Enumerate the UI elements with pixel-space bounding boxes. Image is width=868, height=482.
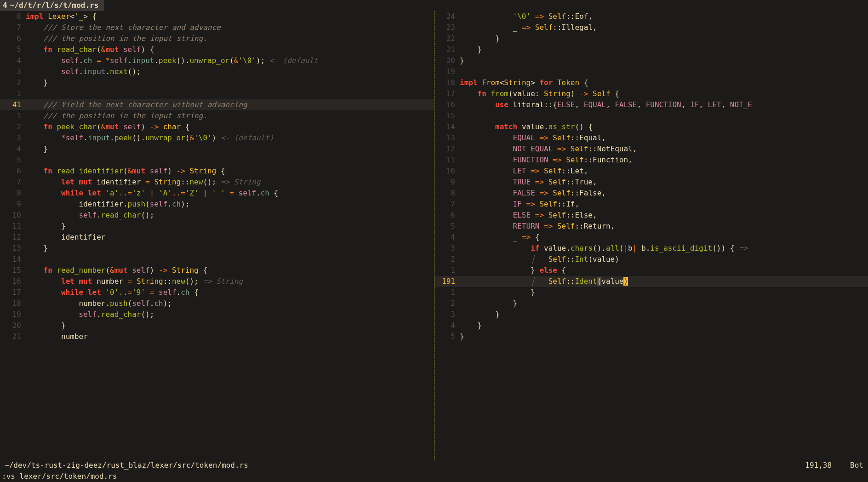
code-line[interactable]: 22 } (434, 33, 868, 44)
line-content: while let 'a'..='z' | 'A'..='Z' | '_' = … (26, 188, 434, 199)
line-content: impl Lexer<'_> { (26, 11, 434, 22)
code-line[interactable]: 20} (434, 55, 868, 66)
code-line[interactable]: 16 let mut number = String::new(); => St… (0, 276, 434, 287)
editor-pane-right[interactable]: 24 '\0' => Self::Eof,23 _ => Self::Illeg… (434, 11, 868, 460)
line-content: } (26, 143, 434, 155)
line-content: self.ch = *self.input.peek().unwrap_or(&… (26, 55, 434, 66)
code-line[interactable]: 12 NOT_EQUAL => Self::NotEqual, (434, 143, 868, 155)
line-number: 4 (434, 320, 460, 331)
code-line[interactable]: 13 EQUAL => Self::Equal, (434, 132, 868, 143)
line-number: 20 (0, 320, 26, 331)
code-line[interactable]: 3 *self.input.peek().unwrap_or(&'\0') <-… (0, 132, 434, 143)
code-line[interactable]: 2 fn peek_char(&mut self) -> char { (0, 121, 434, 132)
line-number: 12 (434, 143, 460, 155)
line-number: 15 (434, 110, 460, 121)
line-content: } (460, 33, 868, 44)
code-line[interactable]: 9 TRUE => Self::True, (434, 177, 868, 188)
code-line[interactable]: 11 } (0, 221, 434, 232)
code-line[interactable]: 13 } (0, 243, 434, 254)
code-line[interactable]: 4 } (0, 143, 434, 155)
line-number: 1 (434, 265, 460, 276)
code-line[interactable]: 7 IF => Self::If, (434, 199, 868, 210)
code-line[interactable]: 16 use literal::{ELSE, EQUAL, FALSE, FUN… (434, 99, 868, 110)
editor-pane-left[interactable]: 8impl Lexer<'_> {7 /// Store the next ch… (0, 11, 434, 460)
code-line[interactable]: 18 number.push(self.ch); (0, 298, 434, 309)
code-line[interactable]: 8 while let 'a'..='z' | 'A'..='Z' | '_' … (0, 188, 434, 199)
code-line[interactable]: 6 fn read_identifier(&mut self) -> Strin… (0, 166, 434, 177)
line-number: 4 (434, 232, 460, 243)
code-line[interactable]: 14 match value.as_str() { (434, 121, 868, 132)
command-line-text: :vs lexer/src/token/mod.rs (2, 471, 117, 482)
vertical-split-divider[interactable] (434, 11, 434, 460)
code-line[interactable]: 5 (0, 155, 434, 166)
code-line[interactable]: 10 self.read_char(); (0, 210, 434, 221)
line-content (460, 110, 868, 121)
code-line[interactable]: 21 } (434, 44, 868, 55)
tab-active[interactable]: 4 ~/d/t/r/l/s/t/mod.rs (0, 0, 104, 11)
code-line[interactable]: 6 ELSE => Self::Else, (434, 210, 868, 221)
code-line[interactable]: 191 │ Self::Ident(value) (434, 276, 868, 287)
code-line[interactable]: 10 LET => Self::Let, (434, 166, 868, 177)
code-line[interactable]: 1 } else { (434, 265, 868, 276)
code-line[interactable]: 12 identifier (0, 232, 434, 243)
code-line[interactable]: 11 FUNCTION => Self::Function, (434, 155, 868, 166)
code-line[interactable]: 4 } (434, 320, 868, 331)
code-line[interactable]: 8 FALSE => Self::False, (434, 188, 868, 199)
line-content: self.input.next(); (26, 66, 434, 77)
code-line[interactable]: 3 if value.chars().all(|b| b.is_ascii_di… (434, 243, 868, 254)
code-line[interactable]: 15 (434, 110, 868, 121)
code-line[interactable]: 19 (434, 66, 868, 77)
code-line[interactable]: 5} (434, 331, 868, 342)
code-line[interactable]: 5 fn read_char(&mut self) { (0, 44, 434, 55)
code-line[interactable]: 7 /// Store the next character and advan… (0, 22, 434, 33)
line-number: 14 (434, 121, 460, 132)
code-line[interactable]: 41 /// Yield the next character without … (0, 99, 434, 110)
code-line[interactable]: 2 │ Self::Int(value) (434, 254, 868, 265)
code-line[interactable]: 1 } (434, 287, 868, 298)
code-line[interactable]: 8impl Lexer<'_> { (0, 11, 434, 22)
code-line[interactable]: 3 } (434, 309, 868, 320)
code-line[interactable]: 4 _ => { (434, 232, 868, 243)
code-line[interactable]: 15 fn read_number(&mut self) -> String { (0, 265, 434, 276)
line-content (26, 254, 434, 265)
line-number: 3 (434, 309, 460, 320)
line-content: TRUE => Self::True, (460, 177, 868, 188)
code-line[interactable]: 21 number (0, 331, 434, 342)
code-line[interactable]: 18impl From<String> for Token { (434, 77, 868, 88)
code-line[interactable]: 14 (0, 254, 434, 265)
line-number: 3 (434, 243, 460, 254)
line-number: 9 (0, 199, 26, 210)
code-line[interactable]: 17 fn from(value: String) -> Self { (434, 88, 868, 99)
line-number: 4 (0, 55, 26, 66)
code-line[interactable]: 7 let mut identifier = String::new(); =>… (0, 177, 434, 188)
line-number: 14 (0, 254, 26, 265)
line-content: *self.input.peek().unwrap_or(&'\0') <- (… (26, 132, 434, 143)
code-line[interactable]: 2 } (434, 298, 868, 309)
code-line[interactable]: 3 self.input.next(); (0, 66, 434, 77)
code-line[interactable]: 17 while let '0'..='9' = self.ch { (0, 287, 434, 298)
line-number: 8 (0, 11, 26, 22)
line-number: 5 (0, 44, 26, 55)
line-content: impl From<String> for Token { (460, 77, 868, 88)
code-line[interactable]: 19 self.read_char(); (0, 309, 434, 320)
code-line[interactable]: 4 self.ch = *self.input.peek().unwrap_or… (0, 55, 434, 66)
line-number: 3 (0, 66, 26, 77)
code-line[interactable]: 24 '\0' => Self::Eof, (434, 11, 868, 22)
line-number: 3 (0, 132, 26, 143)
line-number: 6 (0, 166, 26, 177)
code-line[interactable]: 6 /// the position in the input string. (0, 33, 434, 44)
code-line[interactable]: 2 } (0, 77, 434, 88)
line-content: match value.as_str() { (460, 121, 868, 132)
line-content: } (26, 320, 434, 331)
line-content: if value.chars().all(|b| b.is_ascii_digi… (460, 243, 868, 254)
code-line[interactable]: 23 _ => Self::Illegal, (434, 22, 868, 33)
line-content: /// the position in the input string. (26, 110, 434, 121)
code-line[interactable]: 1 (0, 88, 434, 99)
code-line[interactable]: 1 /// the position in the input string. (0, 110, 434, 121)
code-line[interactable]: 9 identifier.push(self.ch); (0, 199, 434, 210)
code-line[interactable]: 20 } (0, 320, 434, 331)
code-line[interactable]: 5 RETURN => Self::Return, (434, 221, 868, 232)
line-number: 19 (0, 309, 26, 320)
command-line[interactable]: :vs lexer/src/token/mod.rs (0, 471, 868, 482)
line-number: 191 (434, 276, 460, 287)
